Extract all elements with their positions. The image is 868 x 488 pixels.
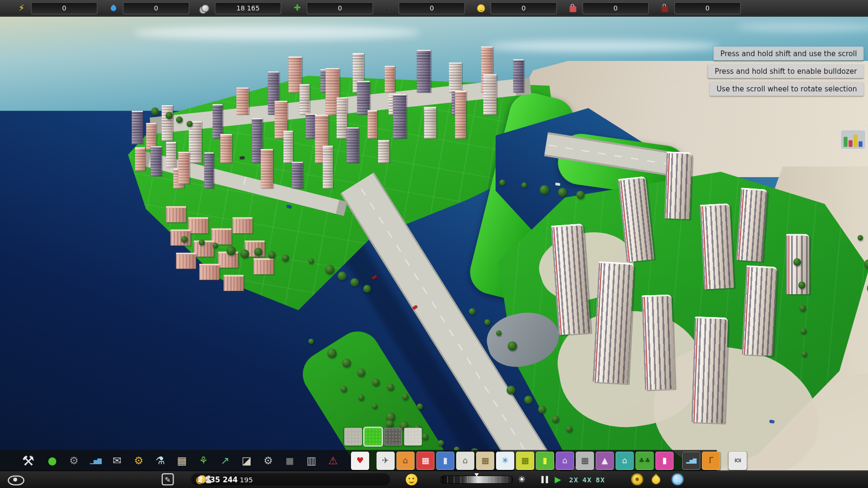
tree xyxy=(422,433,429,440)
demolish-button[interactable]: ◪ xyxy=(236,451,257,470)
building xyxy=(664,151,692,219)
building xyxy=(323,146,333,189)
air-transport-button[interactable]: ✈ xyxy=(376,451,394,469)
mechanics-button[interactable]: ⚙ xyxy=(128,451,149,470)
bottom-toolbar: ⚒●⚙▁▅▇✉⚙⚗▦⚘↗◪⚙◼▥⚠ ♥✈⌂▦▮⌂▦✳▦▮⌂▦▲⌂♣♣▮▂▅▇ΓI… xyxy=(0,450,717,471)
speed-4x-button[interactable]: 4X xyxy=(583,476,592,484)
residential-high-button[interactable]: ▦ xyxy=(416,451,434,469)
hint-rotate: Use the scroll wheel to rotate selection xyxy=(710,82,863,96)
tree xyxy=(226,246,236,256)
building xyxy=(204,152,214,189)
stadium-button[interactable]: IOI xyxy=(729,451,747,469)
tree xyxy=(341,386,347,392)
raw-resources-button[interactable]: ◼ xyxy=(280,451,300,470)
city-funds-value: 2 535 244 xyxy=(198,475,238,483)
finance-button[interactable] xyxy=(631,473,644,486)
tree xyxy=(308,339,314,344)
settings-button[interactable]: ⚙ xyxy=(258,451,278,470)
districts-button[interactable]: ▦ xyxy=(172,451,192,470)
counter-money: 18 165 xyxy=(200,2,281,14)
offices-button[interactable]: ▮ xyxy=(436,451,454,469)
counter-workers: 0 xyxy=(476,2,557,14)
data-overlay-button[interactable]: ▂▅▇ xyxy=(682,451,700,469)
building xyxy=(300,84,310,115)
building xyxy=(212,229,232,245)
building xyxy=(393,94,406,139)
services-button[interactable]: ▮ xyxy=(536,451,554,469)
building xyxy=(176,253,196,269)
leisure-button[interactable]: ⌂ xyxy=(615,451,634,469)
terrain-swatch-grass[interactable] xyxy=(364,428,382,446)
tree xyxy=(484,319,490,325)
terrain-swatch-rock[interactable] xyxy=(344,428,362,446)
districts-icon: ▦ xyxy=(177,454,187,467)
messages-icon: ✉ xyxy=(113,454,122,467)
commercial-button[interactable]: ⌂ xyxy=(396,451,414,469)
industry-button[interactable]: ▦ xyxy=(476,451,494,469)
resource-top-bar: ⚡ 0 0 18 165 ✚ 0 ⌂ 0 0 0 0 xyxy=(0,0,868,17)
tree xyxy=(351,278,359,286)
statistics-button[interactable]: ▁▅▇ xyxy=(85,451,106,470)
selection-preview-widget[interactable] xyxy=(840,129,866,149)
energy-button[interactable]: ✳ xyxy=(496,451,514,469)
alerts-button[interactable]: ⚠ xyxy=(323,451,343,470)
tree xyxy=(386,420,393,428)
terrain-swatch-dark-rock[interactable] xyxy=(384,428,402,446)
storage-button[interactable]: ▥ xyxy=(301,451,322,470)
goods-bag-icon xyxy=(570,6,576,12)
resource-drop-button[interactable] xyxy=(650,474,662,486)
tree xyxy=(254,248,262,256)
building xyxy=(347,128,359,163)
building xyxy=(199,264,219,280)
downtown-button[interactable]: ▦ xyxy=(575,451,594,469)
tree xyxy=(576,190,585,199)
pause-button[interactable] xyxy=(541,476,548,483)
play-button[interactable]: ▶ xyxy=(555,474,561,484)
tree xyxy=(538,406,546,413)
tree xyxy=(798,281,805,289)
research-button[interactable]: ⚗ xyxy=(150,451,170,470)
tree xyxy=(521,182,527,188)
edit-button[interactable]: ✎ xyxy=(162,473,174,486)
terrain-button[interactable]: ● xyxy=(42,451,62,470)
tree xyxy=(186,121,193,127)
speed-2x-button[interactable]: 2X xyxy=(569,476,578,484)
tree xyxy=(327,349,337,358)
building xyxy=(368,110,377,139)
counter-growth: ✚ 0 xyxy=(293,2,373,14)
health-button[interactable]: ♥ xyxy=(351,451,369,469)
residential-button[interactable]: ⌂ xyxy=(456,451,474,469)
globe-button[interactable] xyxy=(672,473,684,486)
offices-icon: ▮ xyxy=(443,456,448,466)
tree xyxy=(166,112,173,119)
storage-icon: ▥ xyxy=(306,454,316,467)
special-button[interactable]: ▮ xyxy=(655,451,673,469)
time-of-day-slider[interactable] xyxy=(440,476,513,484)
build-tools-button[interactable]: ⚒ xyxy=(16,451,41,470)
nature-button[interactable]: ⚘ xyxy=(193,451,214,470)
counter-value: 0 xyxy=(582,2,649,14)
farming-button[interactable]: ▦ xyxy=(516,451,534,469)
tree xyxy=(363,285,371,292)
machines-button[interactable]: ⚙ xyxy=(64,451,84,470)
speed-8x-button[interactable]: 8X xyxy=(596,476,605,484)
energy-icon: ✳ xyxy=(502,456,509,466)
parks-button[interactable]: ♣♣ xyxy=(635,451,653,469)
education-button[interactable]: ⌂ xyxy=(556,451,574,469)
tree xyxy=(342,359,351,368)
health-icon: ♥ xyxy=(356,456,364,466)
graphs-button[interactable]: ↗ xyxy=(215,451,235,470)
messages-button[interactable]: ✉ xyxy=(107,451,127,470)
construction-button[interactable]: Γ xyxy=(702,451,720,469)
air-transport-icon: ✈ xyxy=(382,456,389,466)
building xyxy=(178,152,189,184)
terrain-swatch-pavement[interactable] xyxy=(404,428,422,446)
tree xyxy=(338,271,347,280)
preview-bar xyxy=(854,135,858,147)
building xyxy=(170,229,190,246)
counter-power: ⚡ 0 xyxy=(17,2,98,14)
visibility-toggle-eye-icon[interactable] xyxy=(8,476,24,486)
monuments-button[interactable]: ▲ xyxy=(595,451,614,469)
tree xyxy=(213,243,218,249)
building xyxy=(483,74,497,115)
